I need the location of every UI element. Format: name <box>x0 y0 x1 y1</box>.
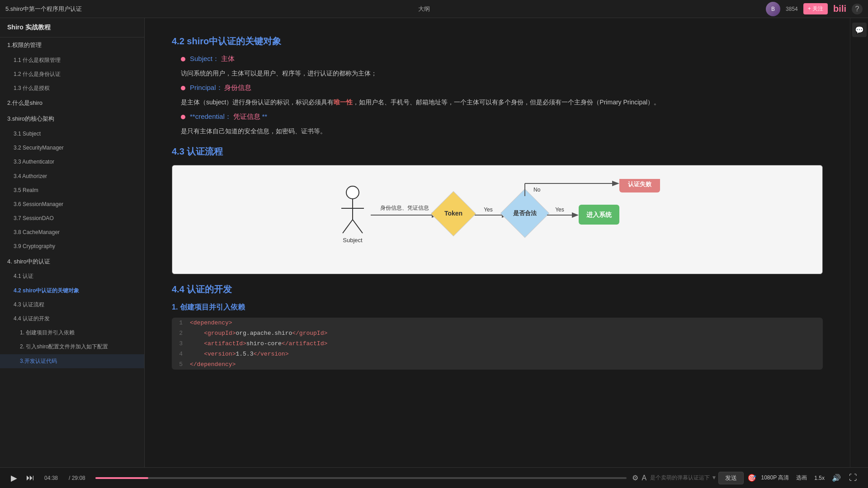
code-line-3: 3 <artifactId>shiro-core</artifactId> <box>172 338 823 349</box>
player-controls-right: 🎯 1080P 高清 选画 1.5x 🔊 ⛶ <box>747 473 861 483</box>
video-title: 5.shiro中第一个程序用户认证 <box>5 5 82 13</box>
stickman-head <box>346 186 359 199</box>
right-panel: 💬 <box>850 18 868 467</box>
line-num-2: 2 <box>172 329 190 338</box>
danmaku-toggle-button[interactable]: 💬 <box>852 23 867 37</box>
line-code-4: <version>1.5.3</version> <box>190 351 288 357</box>
bottom-icons: ⚙ A <box>632 474 647 482</box>
sidebar-item-s3-5[interactable]: 3.5 Realm <box>0 183 144 197</box>
sidebar-item-s4-2[interactable]: 4.2 shiro中认证的关键对象 <box>0 284 144 298</box>
enter-system-label: 进入系统 <box>586 211 612 218</box>
subject-desc: 访问系统的用户，主体可以是用户、程序等，进行认证的都称为主体； <box>181 68 823 79</box>
arrow-head-no <box>612 181 619 186</box>
arrow-label-identity: 身份信息、凭证信息 <box>380 205 429 211</box>
sidebar-item-s3-1[interactable]: 3.1 Subject <box>0 127 144 141</box>
play-button[interactable]: ▶ <box>7 473 21 483</box>
principal-bullet: Principal： 身份信息 <box>181 84 823 92</box>
credential-end: ** <box>262 113 268 120</box>
sidebar-item-s3-3[interactable]: 3.3 Authenticator <box>0 155 144 169</box>
line-num-5: 5 <box>172 360 190 369</box>
select-button[interactable]: 选画 <box>793 474 810 482</box>
sidebar-item-s4-4-2[interactable]: 2. 引入shiro配置文件并加入如下配置 <box>0 340 144 354</box>
sidebar-item-s3[interactable]: 3.shiro的核心架构 <box>0 111 144 127</box>
yes1-label: Yes <box>484 206 493 213</box>
yes2-label: Yes <box>555 206 564 213</box>
line-code-2: <groupId>org.apache.shiro</groupId> <box>190 330 327 337</box>
fullscreen-button[interactable]: ⛶ <box>845 473 861 483</box>
code-line-5: 5 </dependency> <box>172 359 823 370</box>
bottom-bar: ▶ ⏭ 04:38 / 29:08 ⚙ A 是个卖萌的弹幕认证运下 ▼ 发送 🎯… <box>0 467 868 488</box>
section-43-title: 4.3 认证流程 <box>172 145 823 158</box>
progress-bar[interactable] <box>95 477 627 479</box>
line-num-4: 4 <box>172 350 190 358</box>
sidebar-item-s3-2[interactable]: 3.2 SecurityManager <box>0 141 144 155</box>
arrow-head-yes2 <box>572 212 579 218</box>
quality-button[interactable]: 1080P 高清 <box>758 474 792 482</box>
sidebar-item-s4-3[interactable]: 4.3 认证流程 <box>0 298 144 312</box>
sidebar-item-s4-4[interactable]: 4.4 认证的开发 <box>0 312 144 326</box>
sidebar-item-s3-7[interactable]: 3.7 SessionDAO <box>0 211 144 225</box>
bullet-dot-subject <box>181 57 185 61</box>
help-button[interactable]: ? <box>852 4 863 14</box>
speed-button[interactable]: 1.5x <box>811 475 827 481</box>
section-42-title: 4.2 shiro中认证的关键对象 <box>172 35 823 47</box>
avatar: B <box>766 2 780 16</box>
validate-label: 是否合法 <box>513 210 537 216</box>
code-line-4: 4 <version>1.5.3</version> <box>172 349 823 359</box>
sidebar-item-s4-4-1[interactable]: 1. 创建项目并引入依赖 <box>0 326 144 340</box>
line-num-1: 1 <box>172 319 190 327</box>
sidebar-item-s3-6[interactable]: 3.6 SessionManager <box>0 197 144 211</box>
sidebar-header: Shiro 实战教程 <box>0 18 144 38</box>
send-button[interactable]: 发送 <box>718 472 744 484</box>
current-time: 04:38 <box>44 475 58 481</box>
bilibili-logo: bili <box>833 4 846 14</box>
code-line-1: 1 <dependency> <box>172 318 823 328</box>
token-label: Token <box>444 210 462 217</box>
credential-bullet-content: **credential： 凭证信息 ** <box>190 113 267 121</box>
sidebar-item-s1-2[interactable]: 1.2 什么是身份认证 <box>0 67 144 81</box>
principal-label: Principal： <box>190 84 223 91</box>
section-44-title: 4.4 认证的开发 <box>172 283 823 296</box>
subtitle-icon[interactable]: A <box>642 474 647 482</box>
principal-highlight: 唯一性 <box>334 99 353 106</box>
principal-desc-post: ，如用户名、手机号、邮箱地址等，一个主体可以有多个身份，但是必须有一个主身份（P… <box>353 99 660 106</box>
sidebar-item-s1[interactable]: 1.权限的管理 <box>0 38 144 53</box>
next-button[interactable]: ⏭ <box>23 473 38 483</box>
step1-title: 1. 创建项目并引入依赖 <box>172 303 823 312</box>
sidebar-item-s1-1[interactable]: 1.1 什么是权限管理 <box>0 53 144 67</box>
sidebar-item-s3-9[interactable]: 3.9 Cryptography <box>0 239 144 253</box>
sidebar-item-s3-8[interactable]: 3.8 CacheManager <box>0 225 144 239</box>
outline-label[interactable]: 大纲 <box>418 5 430 13</box>
code-line-2: 2 <groupId>org.apache.shiro</groupId> <box>172 328 823 338</box>
sidebar-item-s1-3[interactable]: 1.3 什么是授权 <box>0 81 144 95</box>
subject-text: 主体 <box>221 55 235 62</box>
sidebar-item-s3-4[interactable]: 3.4 Authorizer <box>0 169 144 183</box>
top-bar: 5.shiro中第一个程序用户认证 大纲 B 3854 + 关注 bili ? <box>0 0 868 18</box>
credential-text: 凭证信息 <box>233 113 260 120</box>
bullet-dot-credential <box>181 115 185 119</box>
stickman-left-leg <box>343 220 353 233</box>
volume-icon[interactable]: 🔊 <box>829 474 844 482</box>
principal-desc-pre: 是主体（subject）进行身份认证的标识，标识必须具有 <box>181 99 334 106</box>
principal-desc: 是主体（subject）进行身份认证的标识，标识必须具有唯一性，如用户名、手机号… <box>181 97 823 108</box>
credential-bullet: **credential： 凭证信息 ** <box>181 113 823 121</box>
top-bar-right: B 3854 + 关注 bili ? <box>766 2 863 16</box>
code-block-dependency: 1 <dependency> 2 <groupId>org.apache.shi… <box>172 318 823 370</box>
no-label: No <box>533 187 541 193</box>
bullet-dot-principal <box>181 86 185 90</box>
line-num-3: 3 <box>172 339 190 348</box>
flow-svg: Subject 身份信息、凭证信息 Token Yes 是否合法 Yes <box>326 179 669 260</box>
sidebar-item-s2[interactable]: 2.什么是shiro <box>0 95 144 111</box>
danmaku-icon[interactable]: 🎯 <box>747 474 756 482</box>
credential-label: **credential： <box>190 113 231 120</box>
sidebar-item-s4-4-3[interactable]: 3.开发认证代码 <box>0 354 144 368</box>
follower-count: 3854 <box>786 6 798 12</box>
sidebar-item-s4[interactable]: 4. shiro中的认证 <box>0 254 144 270</box>
principal-text: 身份信息 <box>224 84 251 91</box>
line-code-1: <dependency> <box>190 319 232 326</box>
subject-bullet-content: Subject： 主体 <box>190 55 235 63</box>
danmaku-settings-icon[interactable]: ⚙ <box>632 474 638 482</box>
follow-button[interactable]: + 关注 <box>803 3 828 14</box>
sidebar-item-s4-1[interactable]: 4.1 认证 <box>0 269 144 283</box>
content-area: 4.2 shiro中认证的关键对象 Subject： 主体 访问系统的用户，主体… <box>145 18 850 467</box>
